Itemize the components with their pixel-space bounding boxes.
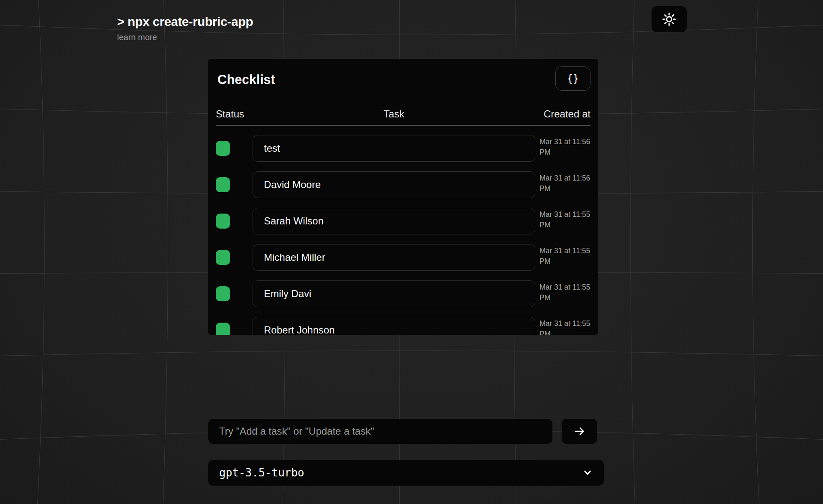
model-select[interactable]: gpt-3.5-turbo — [208, 460, 604, 486]
json-view-label: {} — [567, 73, 579, 84]
theme-toggle-button[interactable] — [652, 6, 687, 32]
arrow-right-icon — [573, 425, 586, 438]
task-row: Mar 31 at 11:55 PM — [216, 317, 590, 335]
composer — [208, 419, 597, 444]
task-name-input[interactable] — [253, 135, 535, 162]
app-title: > npx create-rubric-app — [117, 14, 253, 29]
task-created-at: Mar 31 at 11:55 PM — [535, 318, 590, 335]
table-header: Status Task Created at — [216, 108, 590, 126]
task-row: Mar 31 at 11:55 PM — [216, 280, 590, 307]
task-created-at: Mar 31 at 11:56 PM — [535, 137, 590, 158]
task-created-at: Mar 31 at 11:55 PM — [535, 209, 590, 230]
task-row: Mar 31 at 11:55 PM — [216, 208, 590, 234]
task-row: Mar 31 at 11:56 PM — [216, 135, 590, 162]
learn-more-link[interactable]: learn more — [117, 33, 157, 42]
checklist-card: Checklist {} Status Task Created at Mar … — [208, 59, 598, 335]
card-title: Checklist — [217, 72, 275, 87]
column-header-task: Task — [383, 108, 404, 120]
task-checkbox[interactable] — [216, 323, 230, 335]
task-checkbox[interactable] — [216, 286, 230, 301]
task-checkbox[interactable] — [216, 214, 230, 229]
card-header: Checklist {} — [216, 59, 590, 91]
task-name-input[interactable] — [253, 208, 535, 234]
column-header-created: Created at — [544, 108, 590, 120]
task-name-input[interactable] — [253, 244, 535, 271]
task-row: Mar 31 at 11:55 PM — [216, 244, 590, 271]
task-created-at: Mar 31 at 11:56 PM — [535, 173, 590, 194]
task-checkbox[interactable] — [216, 141, 230, 156]
task-name-input[interactable] — [253, 280, 535, 307]
task-checkbox[interactable] — [216, 177, 230, 192]
sun-icon — [662, 12, 677, 27]
task-created-at: Mar 31 at 11:55 PM — [535, 282, 590, 303]
task-name-input[interactable] — [253, 171, 535, 198]
page-header: > npx create-rubric-app learn more — [117, 14, 253, 42]
chevron-down-icon — [582, 467, 593, 478]
task-created-at: Mar 31 at 11:55 PM — [535, 246, 590, 267]
task-list: Mar 31 at 11:56 PM Mar 31 at 11:56 PM Ma… — [216, 135, 590, 335]
model-select-value: gpt-3.5-turbo — [219, 466, 304, 479]
send-button[interactable] — [562, 419, 597, 444]
task-checkbox[interactable] — [216, 250, 230, 265]
command-input[interactable] — [208, 419, 552, 444]
json-view-button[interactable]: {} — [555, 66, 590, 91]
task-name-input[interactable] — [253, 317, 535, 335]
column-header-status: Status — [216, 108, 253, 120]
task-row: Mar 31 at 11:56 PM — [216, 171, 590, 198]
